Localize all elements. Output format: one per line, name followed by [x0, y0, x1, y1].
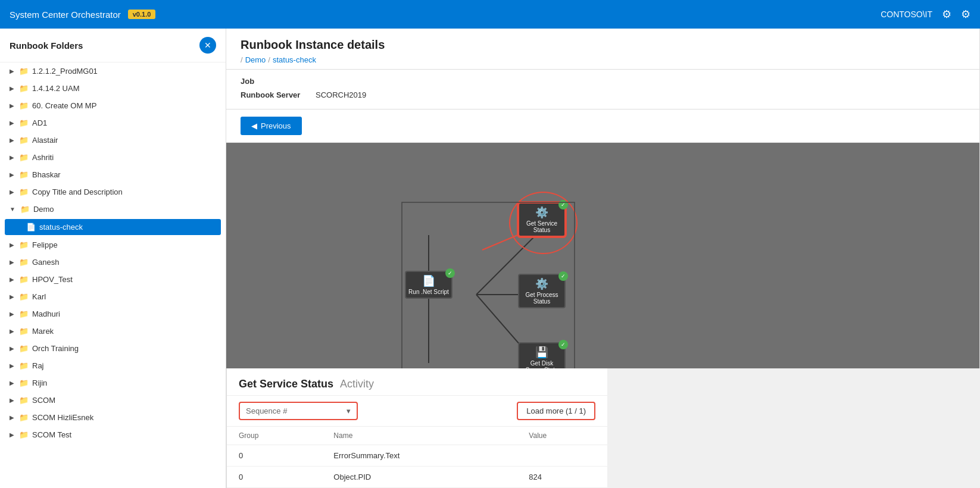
sidebar-item-label: AD1	[32, 118, 47, 127]
sidebar-item-label: Madhuri	[32, 309, 60, 318]
node-check-process-icon: ✓	[558, 271, 568, 281]
sidebar-item-Ganesh[interactable]: ▶ 📁 Ganesh	[0, 254, 226, 271]
sidebar-list: ▶ 📁 1.2.1.2_ProdMG01 ▶ 📁 1.4.14.2 UAM ▶ …	[0, 62, 226, 488]
sidebar-item-label: 60. Create OM MP	[32, 101, 96, 110]
folder-icon: 📁	[19, 327, 29, 336]
folder-icon: 📁	[19, 240, 29, 249]
folder-icon: 📁	[19, 187, 29, 196]
sidebar-item-label: 1.2.1.2_ProdMG01	[32, 67, 98, 76]
expand-arrow-icon: ▶	[10, 189, 14, 195]
sidebar-item-label: SCOM Test	[32, 430, 71, 439]
expand-arrow-icon: ▶	[10, 85, 14, 92]
breadcrumb-sep2: /	[268, 55, 270, 64]
folder-icon: 📁	[19, 136, 29, 145]
expand-arrow-icon: ▶	[10, 431, 14, 438]
sidebar-item-label: Ganesh	[32, 258, 60, 267]
table-row: 0 ErrorSummary.Text	[227, 445, 607, 467]
sidebar-item-Madhuri[interactable]: ▶ 📁 Madhuri	[0, 305, 226, 323]
folder-icon: 📁	[19, 153, 29, 162]
sidebar-item-SCOMTest[interactable]: ▶ 📁 SCOM Test	[0, 426, 226, 443]
header-right: CONTOSO\IT ⚙ ⚙	[881, 8, 970, 21]
expand-arrow-icon: ▼	[10, 206, 15, 212]
col-name: Name	[322, 427, 517, 445]
folder-icon: 📁	[19, 396, 29, 405]
sidebar-item-Karl[interactable]: ▶ 📁 Karl	[0, 288, 226, 305]
activity-data-table: Group Name Value 0 ErrorSummary.Text 0 O…	[227, 427, 607, 488]
expand-arrow-icon: ▶	[10, 293, 14, 300]
sidebar-item-label: SCOM	[32, 396, 55, 405]
sidebar-item-label: Copy Title and Description	[32, 187, 123, 196]
folder-icon: 📁	[19, 430, 29, 439]
sidebar-item-60[interactable]: ▶ 📁 60. Create OM MP	[0, 97, 226, 114]
sidebar-item-label: Raj	[32, 361, 44, 370]
sidebar-item-SCOMHizli[interactable]: ▶ 📁 SCOM HizliEsnek	[0, 409, 226, 426]
sidebar-item-label: SCOM HizliEsnek	[32, 413, 93, 422]
cell-value	[517, 445, 607, 467]
sidebar-item-Raj[interactable]: ▶ 📁 Raj	[0, 357, 226, 374]
sidebar-close-button[interactable]: ✕	[199, 37, 216, 54]
get-disk-space-icon: 💾	[522, 346, 562, 359]
runbook-server-value: SCORCH2019	[316, 90, 366, 99]
top-header: System Center Orchestrator v0.1.0 CONTOS…	[0, 0, 980, 29]
expand-arrow-icon: ▶	[10, 137, 14, 143]
sidebar-item-HPOV_Test[interactable]: ▶ 📁 HPOV_Test	[0, 271, 226, 288]
expand-arrow-icon: ▶	[10, 328, 14, 334]
table-header-row: Group Name Value	[227, 427, 607, 445]
previous-button[interactable]: ◀ Previous	[241, 117, 302, 135]
expand-arrow-icon: ▶	[10, 68, 14, 74]
expand-arrow-icon: ▶	[10, 154, 14, 161]
sidebar-item-Felippe[interactable]: ▶ 📁 Felippe	[0, 236, 226, 254]
table-row: 0 Object.PID 824	[227, 467, 607, 488]
breadcrumb-status-check[interactable]: status-check	[273, 55, 316, 64]
sidebar-item-label: Felippe	[32, 240, 58, 249]
sidebar-title: Runbook Folders	[10, 40, 83, 51]
sidebar-item-label: Demo	[33, 205, 54, 214]
sidebar-item-CopyTitle[interactable]: ▶ 📁 Copy Title and Description	[0, 183, 226, 201]
sidebar-item-label: HPOV_Test	[32, 275, 73, 284]
sidebar-item-Demo[interactable]: ▼ 📁 Demo	[0, 201, 226, 218]
folder-icon: 📁	[19, 275, 29, 284]
sidebar-item-Ashriti[interactable]: ▶ 📁 Ashriti	[0, 149, 226, 166]
get-service-status-node[interactable]: ✓ ⚙️ Get Service Status	[518, 202, 566, 237]
right-panel-header: Get Service Status Activity	[227, 368, 607, 396]
sidebar-item-label: Karl	[32, 292, 46, 301]
runbook-detail-panel: Runbook Instance details / Demo / status…	[226, 29, 980, 368]
sidebar-subitem-status-check[interactable]: 📄 status-check	[5, 219, 221, 235]
sidebar-item-Marek[interactable]: ▶ 📁 Marek	[0, 323, 226, 340]
sidebar-item-OrchTraining[interactable]: ▶ 📁 Orch Training	[0, 340, 226, 357]
expand-arrow-icon: ▶	[10, 311, 14, 317]
breadcrumb-demo[interactable]: Demo	[245, 55, 266, 64]
version-badge: v0.1.0	[128, 10, 156, 19]
sequence-dropdown[interactable]: Sequence # ▾	[239, 402, 358, 420]
box-outline-svg	[226, 143, 979, 368]
folder-icon: 📁	[19, 292, 29, 301]
sidebar-item-1212[interactable]: ▶ 📁 1.2.1.2_ProdMG01	[0, 62, 226, 80]
run-net-script-node[interactable]: ✓ 📄 Run .Net Script	[405, 271, 452, 299]
gear-icon[interactable]: ⚙	[961, 8, 970, 21]
get-disk-space-node[interactable]: ✓ 💾 Get Disk Space Statu	[518, 342, 566, 368]
folder-icon: 📁	[19, 67, 29, 76]
sidebar-item-Rijin[interactable]: ▶ 📁 Rijin	[0, 374, 226, 392]
job-label: Job	[241, 77, 965, 86]
sidebar-item-AD1[interactable]: ▶ 📁 AD1	[0, 114, 226, 132]
workflow-canvas: ✓ 📄 Run .Net Script ✓ ⚙️ Get Service Sta…	[226, 143, 979, 368]
col-group: Group	[227, 427, 322, 445]
folder-icon: 📁	[19, 84, 29, 93]
settings-icon[interactable]: ⚙	[942, 8, 951, 21]
cell-name: Object.PID	[322, 467, 517, 488]
sidebar-header: Runbook Folders ✕	[0, 29, 226, 62]
sequence-placeholder: Sequence #	[246, 406, 287, 415]
load-more-button[interactable]: Load more (1 / 1)	[517, 402, 595, 420]
cell-name: ErrorSummary.Text	[322, 445, 517, 467]
folder-icon: 📁	[19, 170, 29, 179]
get-service-status-label: Get Service Status	[522, 220, 562, 233]
get-process-status-node[interactable]: ✓ ⚙️ Get Process Status	[518, 274, 566, 308]
sidebar-item-Bhaskar[interactable]: ▶ 📁 Bhaskar	[0, 166, 226, 183]
breadcrumb-sep: /	[241, 55, 243, 64]
expand-arrow-icon: ▶	[10, 259, 14, 265]
sidebar-item-Alastair[interactable]: ▶ 📁 Alastair	[0, 132, 226, 149]
detail-header: Runbook Instance details / Demo / status…	[226, 29, 979, 70]
content-area: Runbook Instance details / Demo / status…	[226, 29, 980, 488]
sidebar-item-SCOM[interactable]: ▶ 📁 SCOM	[0, 392, 226, 409]
sidebar-item-1414[interactable]: ▶ 📁 1.4.14.2 UAM	[0, 80, 226, 97]
